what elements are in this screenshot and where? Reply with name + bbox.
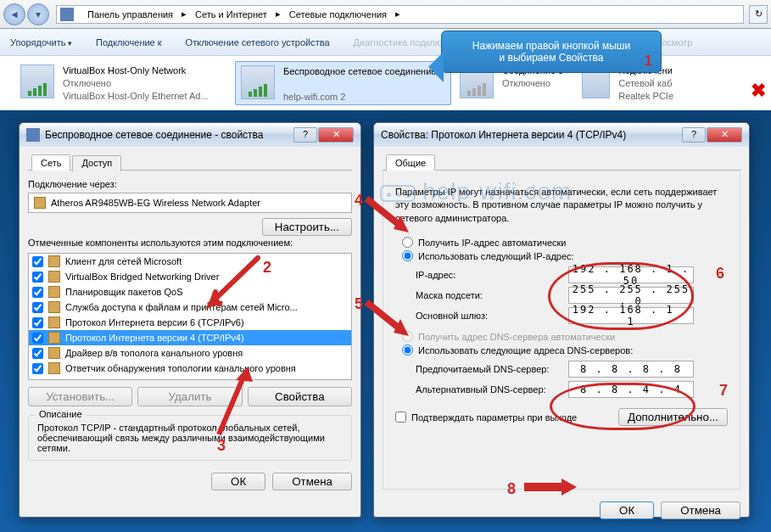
- component-icon: [48, 332, 60, 344]
- breadcrumb[interactable]: Сеть и Интернет: [187, 9, 276, 20]
- adapter-name: Atheros AR9485WB-EG Wireless Network Ada…: [51, 198, 260, 208]
- connect-to-menu[interactable]: Подключение к: [96, 37, 162, 48]
- component-icon: [48, 316, 60, 328]
- connection-status: Отключено: [502, 77, 563, 90]
- radio-auto-ip[interactable]: [402, 237, 413, 248]
- component-checkbox[interactable]: [32, 363, 43, 374]
- component-checkbox[interactable]: [32, 302, 43, 313]
- properties-dialog: Беспроводное сетевое соединение - свойст…: [19, 122, 361, 518]
- description-title: Описание: [36, 409, 86, 419]
- component-item-selected[interactable]: Протокол Интернета версии 4 (TCP/IPv4): [29, 330, 351, 345]
- adapter-field: Atheros AR9485WB-EG Wireless Network Ada…: [28, 193, 352, 213]
- tab-access[interactable]: Доступ: [72, 155, 121, 171]
- component-label: Драйвер в/в тополога канального уровня: [65, 348, 243, 358]
- ok-button[interactable]: ОК: [600, 501, 654, 519]
- annotation-2: 2: [263, 259, 271, 277]
- annotation-3: 3: [217, 437, 226, 455]
- ok-button[interactable]: ОК: [211, 473, 265, 490]
- dialog-title: Свойства: Протокол Интернета версии 4 (T…: [381, 129, 626, 141]
- tabs: Сеть Доступ: [28, 154, 352, 171]
- svg-marker-4: [561, 479, 577, 496]
- component-checkbox[interactable]: [32, 348, 43, 359]
- connection-name: VirtualBox Host-Only Network: [63, 64, 209, 77]
- arrow-icon: [363, 299, 414, 341]
- connection-status: help-wifi.com 2: [283, 91, 436, 104]
- label: Подключение через:: [28, 179, 352, 189]
- confirm-checkbox[interactable]: [395, 412, 406, 423]
- component-icon: [48, 271, 60, 283]
- radio-label: Получить IP-адрес автоматически: [418, 238, 566, 248]
- arrow-icon: [207, 363, 258, 440]
- nav-back-button[interactable]: ◄: [3, 3, 25, 25]
- radio-manual-dns[interactable]: [402, 344, 413, 356]
- component-item[interactable]: Служба доступа к файлам и принтерам сете…: [29, 300, 351, 315]
- component-item[interactable]: Клиент для сетей Microsoft: [29, 254, 351, 269]
- ip-label: IP-адрес:: [416, 270, 568, 280]
- help-button[interactable]: ?: [293, 127, 317, 143]
- dns1-input[interactable]: 8 . 8 . 8 . 8: [568, 361, 694, 378]
- connection-device: Realtek PCIe: [618, 90, 673, 103]
- tab-general[interactable]: Общие: [386, 154, 435, 171]
- mask-label: Маска подсети:: [416, 290, 568, 300]
- component-checkbox[interactable]: [32, 272, 43, 283]
- connection-status: Отключено: [63, 77, 209, 90]
- network-adapter-icon: [20, 64, 54, 98]
- component-item[interactable]: Ответчик обнаружения топологии канальног…: [29, 361, 351, 376]
- breadcrumb[interactable]: Сетевые подключения: [281, 9, 395, 20]
- annotation-7: 7: [719, 382, 728, 400]
- arrow-icon: [197, 253, 265, 321]
- description-text: Протокол TCP/IP - стандартный протокол г…: [37, 423, 343, 453]
- tab-network[interactable]: Сеть: [31, 154, 70, 171]
- disconnected-icon: ✖: [751, 80, 766, 102]
- address-field[interactable]: Панель управления▸ Сеть и Интернет▸ Сете…: [56, 5, 744, 24]
- component-checkbox[interactable]: [32, 256, 43, 267]
- cancel-button[interactable]: Отмена: [661, 501, 740, 519]
- breadcrumb[interactable]: Панель управления: [79, 9, 182, 20]
- adapter-icon: [34, 197, 46, 209]
- organize-menu[interactable]: Упорядочить: [10, 37, 72, 48]
- svg-marker-1: [236, 367, 253, 382]
- radio-manual-ip[interactable]: [402, 250, 413, 261]
- component-item[interactable]: Планировщик пакетов QoS: [29, 284, 351, 300]
- radio-label: Получить адрес DNS-сервера автоматически: [418, 332, 615, 342]
- component-label: Планировщик пакетов QoS: [65, 287, 183, 297]
- refresh-button[interactable]: ↻: [749, 5, 768, 24]
- annotation-5: 5: [355, 295, 363, 313]
- arrow-icon: [521, 475, 580, 499]
- label: Отмеченные компоненты используются этим …: [28, 236, 352, 248]
- radio-label: Использовать следующие адреса DNS-сервер…: [418, 345, 633, 356]
- configure-button[interactable]: Настроить...: [262, 218, 352, 236]
- dialog-icon: [26, 128, 40, 142]
- component-item[interactable]: VirtualBox Bridged Networking Driver: [29, 269, 351, 284]
- dialog-title: Беспроводное сетевое соединение - свойст…: [45, 129, 264, 141]
- component-item[interactable]: Драйвер в/в тополога канального уровня: [29, 345, 351, 361]
- component-label: Ответчик обнаружения топологии канальног…: [65, 363, 296, 373]
- component-item[interactable]: Протокол Интернета версии 6 (TCP/IPv6): [29, 315, 351, 330]
- annotation-8: 8: [507, 480, 516, 498]
- nav-fwd-button[interactable]: ▾: [27, 3, 49, 25]
- cancel-button[interactable]: Отмена: [272, 473, 352, 490]
- disable-device-menu[interactable]: Отключение сетевого устройства: [186, 37, 330, 48]
- dns1-label: Предпочитаемый DNS-сервер:: [416, 364, 568, 374]
- component-icon: [48, 255, 60, 267]
- titlebar[interactable]: Свойства: Протокол Интернета версии 4 (T…: [374, 123, 749, 147]
- component-checkbox[interactable]: [32, 287, 43, 298]
- component-checkbox[interactable]: [32, 317, 43, 328]
- annotation-6: 6: [716, 265, 724, 283]
- component-label: Протокол Интернета версии 4 (TCP/IPv4): [65, 333, 244, 343]
- component-checkbox[interactable]: [32, 333, 43, 344]
- control-panel-icon: [60, 8, 74, 21]
- gateway-label: Основной шлюз:: [416, 311, 568, 321]
- close-button[interactable]: ✕: [318, 127, 354, 143]
- properties-button[interactable]: Свойства: [248, 387, 352, 406]
- description-group: Описание Протокол TCP/IP - стандартный п…: [28, 415, 352, 461]
- titlebar[interactable]: Беспроводное сетевое соединение - свойст…: [20, 123, 360, 147]
- help-button[interactable]: ?: [682, 127, 706, 143]
- annotation-oval-6: [548, 262, 694, 330]
- connection-item[interactable]: VirtualBox Host-Only Network Отключено V…: [15, 61, 232, 105]
- install-button[interactable]: Установить...: [28, 387, 132, 406]
- tabs: Общие: [383, 154, 740, 171]
- components-list[interactable]: Клиент для сетей Microsoft VirtualBox Br…: [28, 253, 352, 380]
- close-button[interactable]: ✕: [707, 127, 742, 143]
- annotation-oval-7: [550, 383, 696, 430]
